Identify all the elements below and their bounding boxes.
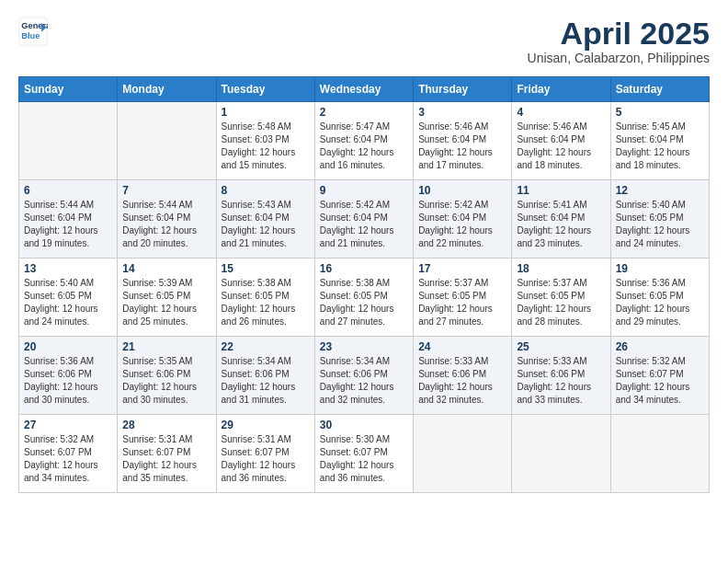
day-number: 4 — [517, 106, 605, 119]
day-info: Sunrise: 5:30 AMSunset: 6:07 PMDaylight:… — [320, 433, 408, 485]
table-row: 23Sunrise: 5:34 AMSunset: 6:06 PMDayligh… — [314, 337, 413, 415]
col-friday: Friday — [512, 77, 610, 102]
table-row: 1Sunrise: 5:48 AMSunset: 6:03 PMDaylight… — [216, 102, 314, 180]
table-row: 25Sunrise: 5:33 AMSunset: 6:06 PMDayligh… — [512, 337, 610, 415]
day-info: Sunrise: 5:44 AMSunset: 6:04 PMDaylight:… — [122, 199, 210, 250]
day-number: 14 — [122, 262, 210, 275]
day-info: Sunrise: 5:36 AMSunset: 6:06 PMDaylight:… — [24, 355, 112, 407]
col-saturday: Saturday — [610, 77, 709, 102]
day-info: Sunrise: 5:47 AMSunset: 6:04 PMDaylight:… — [320, 121, 408, 172]
day-info: Sunrise: 5:36 AMSunset: 6:05 PMDaylight:… — [616, 277, 704, 328]
calendar-week-row: 20Sunrise: 5:36 AMSunset: 6:06 PMDayligh… — [19, 337, 710, 415]
day-number: 3 — [418, 106, 506, 119]
table-row: 5Sunrise: 5:45 AMSunset: 6:04 PMDaylight… — [610, 102, 709, 180]
day-number: 27 — [24, 419, 112, 431]
day-number: 21 — [122, 340, 210, 353]
day-number: 8 — [222, 184, 310, 197]
svg-text:Blue: Blue — [21, 31, 40, 40]
day-number: 20 — [24, 340, 112, 353]
day-number: 22 — [222, 340, 310, 353]
table-row: 26Sunrise: 5:32 AMSunset: 6:07 PMDayligh… — [610, 337, 709, 415]
day-number: 5 — [616, 106, 704, 119]
day-number: 15 — [222, 262, 310, 275]
day-info: Sunrise: 5:39 AMSunset: 6:05 PMDaylight:… — [122, 277, 210, 328]
day-info: Sunrise: 5:42 AMSunset: 6:04 PMDaylight:… — [418, 199, 506, 250]
table-row — [118, 102, 216, 180]
day-number: 29 — [222, 419, 310, 431]
col-monday: Monday — [118, 77, 216, 102]
day-info: Sunrise: 5:44 AMSunset: 6:04 PMDaylight:… — [24, 199, 112, 250]
day-number: 6 — [24, 184, 112, 197]
day-info: Sunrise: 5:42 AMSunset: 6:04 PMDaylight:… — [320, 199, 408, 250]
table-row: 20Sunrise: 5:36 AMSunset: 6:06 PMDayligh… — [19, 337, 118, 415]
table-row: 28Sunrise: 5:31 AMSunset: 6:07 PMDayligh… — [118, 415, 216, 493]
day-info: Sunrise: 5:34 AMSunset: 6:06 PMDaylight:… — [320, 355, 408, 407]
table-row: 6Sunrise: 5:44 AMSunset: 6:04 PMDaylight… — [19, 180, 118, 259]
title-block: April 2025 Unisan, Calabarzon, Philippin… — [528, 17, 710, 65]
day-info: Sunrise: 5:46 AMSunset: 6:04 PMDaylight:… — [418, 121, 506, 172]
table-row: 12Sunrise: 5:40 AMSunset: 6:05 PMDayligh… — [610, 180, 709, 259]
day-info: Sunrise: 5:33 AMSunset: 6:06 PMDaylight:… — [517, 355, 605, 407]
day-info: Sunrise: 5:43 AMSunset: 6:04 PMDaylight:… — [222, 199, 310, 250]
table-row: 9Sunrise: 5:42 AMSunset: 6:04 PMDaylight… — [314, 180, 413, 259]
day-number: 23 — [320, 340, 408, 353]
day-number: 30 — [320, 419, 408, 431]
table-row: 14Sunrise: 5:39 AMSunset: 6:05 PMDayligh… — [118, 259, 216, 337]
day-info: Sunrise: 5:31 AMSunset: 6:07 PMDaylight:… — [122, 433, 210, 485]
day-number: 9 — [320, 184, 408, 197]
table-row: 17Sunrise: 5:37 AMSunset: 6:05 PMDayligh… — [414, 259, 512, 337]
day-info: Sunrise: 5:48 AMSunset: 6:03 PMDaylight:… — [222, 121, 310, 172]
table-row: 21Sunrise: 5:35 AMSunset: 6:06 PMDayligh… — [118, 337, 216, 415]
day-number: 28 — [122, 419, 210, 431]
table-row: 15Sunrise: 5:38 AMSunset: 6:05 PMDayligh… — [216, 259, 314, 337]
table-row: 3Sunrise: 5:46 AMSunset: 6:04 PMDaylight… — [414, 102, 512, 180]
table-row: 16Sunrise: 5:38 AMSunset: 6:05 PMDayligh… — [314, 259, 413, 337]
day-number: 12 — [616, 184, 704, 197]
table-row — [610, 415, 709, 493]
day-number: 18 — [517, 262, 605, 275]
table-row: 22Sunrise: 5:34 AMSunset: 6:06 PMDayligh… — [216, 337, 314, 415]
day-number: 24 — [418, 340, 506, 353]
day-number: 25 — [517, 340, 605, 353]
day-number: 7 — [122, 184, 210, 197]
logo: General Blue — [18, 17, 48, 46]
day-number: 2 — [320, 106, 408, 119]
day-info: Sunrise: 5:38 AMSunset: 6:05 PMDaylight:… — [320, 277, 408, 328]
table-row: 30Sunrise: 5:30 AMSunset: 6:07 PMDayligh… — [314, 415, 413, 493]
table-row — [19, 102, 118, 180]
day-info: Sunrise: 5:45 AMSunset: 6:04 PMDaylight:… — [616, 121, 704, 172]
day-number: 1 — [222, 106, 310, 119]
day-info: Sunrise: 5:41 AMSunset: 6:04 PMDaylight:… — [517, 199, 605, 250]
day-info: Sunrise: 5:32 AMSunset: 6:07 PMDaylight:… — [24, 433, 112, 485]
day-info: Sunrise: 5:40 AMSunset: 6:05 PMDaylight:… — [24, 277, 112, 328]
col-sunday: Sunday — [19, 77, 118, 102]
col-wednesday: Wednesday — [314, 77, 413, 102]
day-info: Sunrise: 5:33 AMSunset: 6:06 PMDaylight:… — [418, 355, 506, 407]
table-row: 2Sunrise: 5:47 AMSunset: 6:04 PMDaylight… — [314, 102, 413, 180]
table-row: 13Sunrise: 5:40 AMSunset: 6:05 PMDayligh… — [19, 259, 118, 337]
calendar-week-row: 13Sunrise: 5:40 AMSunset: 6:05 PMDayligh… — [19, 259, 710, 337]
calendar-table: Sunday Monday Tuesday Wednesday Thursday… — [18, 76, 710, 493]
day-number: 10 — [418, 184, 506, 197]
calendar-week-row: 27Sunrise: 5:32 AMSunset: 6:07 PMDayligh… — [19, 415, 710, 493]
table-row: 29Sunrise: 5:31 AMSunset: 6:07 PMDayligh… — [216, 415, 314, 493]
day-number: 19 — [616, 262, 704, 275]
table-row: 18Sunrise: 5:37 AMSunset: 6:05 PMDayligh… — [512, 259, 610, 337]
day-info: Sunrise: 5:46 AMSunset: 6:04 PMDaylight:… — [517, 121, 605, 172]
col-tuesday: Tuesday — [216, 77, 314, 102]
calendar-week-row: 6Sunrise: 5:44 AMSunset: 6:04 PMDaylight… — [19, 180, 710, 259]
day-info: Sunrise: 5:37 AMSunset: 6:05 PMDaylight:… — [418, 277, 506, 328]
day-info: Sunrise: 5:38 AMSunset: 6:05 PMDaylight:… — [222, 277, 310, 328]
day-number: 13 — [24, 262, 112, 275]
day-info: Sunrise: 5:40 AMSunset: 6:05 PMDaylight:… — [616, 199, 704, 250]
calendar-header-row: Sunday Monday Tuesday Wednesday Thursday… — [19, 77, 710, 102]
table-row: 27Sunrise: 5:32 AMSunset: 6:07 PMDayligh… — [19, 415, 118, 493]
day-info: Sunrise: 5:31 AMSunset: 6:07 PMDaylight:… — [222, 433, 310, 485]
calendar-week-row: 1Sunrise: 5:48 AMSunset: 6:03 PMDaylight… — [19, 102, 710, 180]
table-row: 24Sunrise: 5:33 AMSunset: 6:06 PMDayligh… — [414, 337, 512, 415]
day-number: 17 — [418, 262, 506, 275]
table-row: 8Sunrise: 5:43 AMSunset: 6:04 PMDaylight… — [216, 180, 314, 259]
day-info: Sunrise: 5:32 AMSunset: 6:07 PMDaylight:… — [616, 355, 704, 407]
day-info: Sunrise: 5:35 AMSunset: 6:06 PMDaylight:… — [122, 355, 210, 407]
page-header: General Blue April 2025 Unisan, Calabarz… — [18, 17, 710, 65]
